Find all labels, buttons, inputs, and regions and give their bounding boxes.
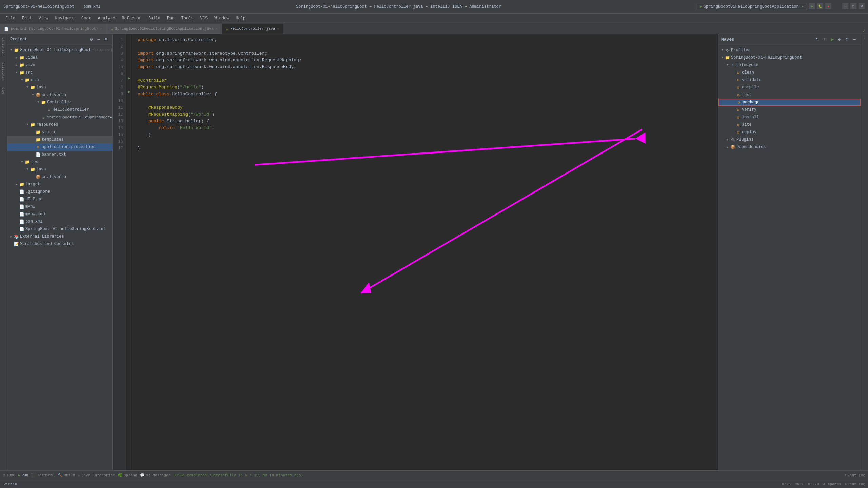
tab-hello-controller[interactable]: ☕ HelloController.java ✕ [222,24,284,34]
tree-item-java-main[interactable]: ▼ 📁 java [7,84,112,91]
menu-help[interactable]: Help [233,15,248,22]
pom-tab-close[interactable]: ✕ [100,27,102,31]
event-log[interactable]: Event Log [845,473,865,478]
tab-pom[interactable]: 📄 pom.xml (springboot-01-hellospringboot… [0,24,106,34]
editor-content[interactable]: 1 2 3 4 5 6 7 8 9 10 11 12 13 14 15 16 1… [113,34,718,470]
tree-item-test-pkg[interactable]: 📦 cn.livorth [7,173,112,181]
bottom-terminal[interactable]: ⬛ Terminal [31,473,55,477]
bottom-todo[interactable]: ☑ TODO [3,473,15,477]
maven-item-verify[interactable]: ⚙ verify [718,106,861,114]
run-button[interactable]: ▶ [809,3,815,9]
stop-button[interactable]: ■ [825,3,831,9]
run-config-dropdown[interactable]: ▶ SpringBoootO1HelloSpringBootApplicatio… [697,3,807,10]
tree-item-mvnw[interactable]: 📄 mvnw [7,203,112,210]
bottom-build[interactable]: 🔨 Build [58,473,75,477]
maximize-button[interactable]: □ [850,3,856,9]
maven-settings-btn[interactable]: ⚙ [844,36,850,43]
tree-item-cn-livorth[interactable]: ▼ 📦 cn.livorth [7,91,112,99]
tree-item-target[interactable]: ▶ 📁 target [7,181,112,188]
tree-item-help[interactable]: 📄 HELP.md [7,196,112,203]
maven-item-test[interactable]: ⚙ test [718,91,861,99]
minimize-button[interactable]: ─ [842,3,848,9]
bottom-spring[interactable]: 🌿 Spring [118,473,137,477]
sidebar-close-btn[interactable]: ✕ [103,36,110,43]
menu-run[interactable]: Run [164,15,177,22]
maven-item-dependencies[interactable]: ▶ 📦 Dependencies [718,143,861,151]
menu-build[interactable]: Build [145,15,163,22]
bottom-messages[interactable]: 💬 0: Messages [140,473,171,477]
left-strip-favorites[interactable]: Favorites [1,59,6,84]
menu-file[interactable]: File [3,15,18,22]
gutter-run-9[interactable]: ▶ [128,89,130,94]
close-button[interactable]: ✕ [859,3,865,9]
left-strip-structure[interactable]: Structure [1,34,6,59]
maven-item-profiles[interactable]: ▼ ⚙ Profiles [718,46,861,54]
menu-view[interactable]: View [36,15,51,22]
tree-item-hello-ctrl[interactable]: ☕ HelloController [7,106,112,114]
tree-item-root[interactable]: ▼ 📁 SpringBoot-01-helloSpringBoot ~\3.Co… [7,46,112,54]
gutter-run-7[interactable]: ▶ [128,76,130,80]
sidebar-gear-btn[interactable]: ⚙ [88,36,95,43]
maven-run-btn[interactable]: ▶ [829,36,835,43]
tree-item-app-props[interactable]: ⚙ application.properties [7,143,112,151]
tree-item-mvnw-cmd[interactable]: 📄 mvnw.cmd [7,210,112,218]
maven-item-plugins[interactable]: ▶ 🔌 Plugins [718,136,861,143]
left-strip-web[interactable]: Web [1,84,6,97]
tree-item-resources[interactable]: ▼ 📁 resources [7,121,112,128]
tree-item-ext-libs[interactable]: ▶ 📚 External Libraries [7,233,112,240]
menu-window[interactable]: Window [212,15,232,22]
maven-refresh-btn[interactable]: ↻ [814,36,821,43]
maven-skip-btn[interactable]: ⏭ [836,36,843,43]
tree-item-static[interactable]: 📁 static [7,128,112,136]
menu-refactor[interactable]: Refactor [119,15,144,22]
status-crlf[interactable]: CRLF [795,482,804,486]
maven-item-lifecycle[interactable]: ▼ ⚡ Lifecycle [718,61,861,69]
sidebar-collapse-btn[interactable]: ─ [95,36,102,43]
maven-item-validate[interactable]: ⚙ validate [718,76,861,84]
maven-collapse-btn[interactable]: ─ [851,36,858,43]
maven-item-project[interactable]: ▼ 📁 SpringBoot-01-HelloSpringBoot [718,54,861,61]
tree-item-controller-pkg[interactable]: ▼ 📁 Controller [7,99,112,106]
tree-item-spring-app[interactable]: ☕ SpringBoootO1HelloSpringBootApplicatio… [7,114,112,121]
maven-item-install[interactable]: ⚙ install [718,114,861,121]
debug-button[interactable]: 🐛 [817,3,823,9]
bottom-java-enterprise[interactable]: ☕ Java Enterprise [78,473,115,477]
tree-item-test-java[interactable]: ▼ 📁 java [7,166,112,173]
status-charset[interactable]: UTF-8 [808,482,819,486]
status-git[interactable]: ⎇ main [3,482,17,486]
spring-app-close[interactable]: ✕ [216,27,218,31]
tree-item-iml[interactable]: 📄 SpringBoot-01-helloSpringBoot.iml [7,225,112,233]
status-event-log-right[interactable]: Event Log [845,482,865,486]
tree-item-scratches[interactable]: 📝 Scratches and Consoles [7,240,112,248]
status-indent[interactable]: 4 spaces [823,482,841,486]
pom-tab[interactable]: pom.xml [83,4,100,9]
tree-label-src: src [24,70,33,75]
maven-item-site[interactable]: ⚙ site [718,121,861,128]
tree-item-src[interactable]: ▼ 📁 src [7,69,112,76]
bottom-run[interactable]: ▶ Run [18,473,28,477]
hello-ctrl-close[interactable]: ✕ [277,27,279,31]
maven-add-btn[interactable]: + [821,36,828,43]
tab-spring-app[interactable]: ☕ SpringBoootO1HelloSpringBootApplicatio… [106,24,222,34]
maven-item-compile[interactable]: ⚙ compile [718,84,861,91]
tree-item-banner[interactable]: 📄 banner.txt [7,151,112,158]
tree-item-templates[interactable]: 📁 templates [7,136,112,143]
menu-analyze[interactable]: Analyze [95,15,118,22]
menu-edit[interactable]: Edit [19,15,35,22]
maven-item-clean[interactable]: ⚙ clean [718,69,861,76]
menu-vcs[interactable]: VCS [198,15,211,22]
menu-navigate[interactable]: Navigate [52,15,77,22]
tree-item-main[interactable]: ▼ 📁 main [7,76,112,84]
menu-code[interactable]: Code [79,15,94,22]
code-area[interactable]: package cn.livorth.Controller; import or… [132,34,718,470]
tree-item-test[interactable]: ▼ 📁 test [7,158,112,166]
tree-item-mvn[interactable]: ▶ 📁 .mvn [7,61,112,69]
scratches-icon: 📝 [14,242,19,247]
project-tab[interactable]: SpringBoot-01-helloSpringBoot [3,4,74,9]
tree-item-idea[interactable]: ▶ 📁 .idea [7,54,112,61]
tree-item-pom[interactable]: 📄 pom.xml [7,218,112,225]
maven-item-deploy[interactable]: ⚙ deploy [718,128,861,136]
menu-tools[interactable]: Tools [179,15,196,22]
tree-item-gitignore[interactable]: 📄 .gitignore [7,188,112,196]
maven-item-package[interactable]: ⚙ package [718,99,861,106]
